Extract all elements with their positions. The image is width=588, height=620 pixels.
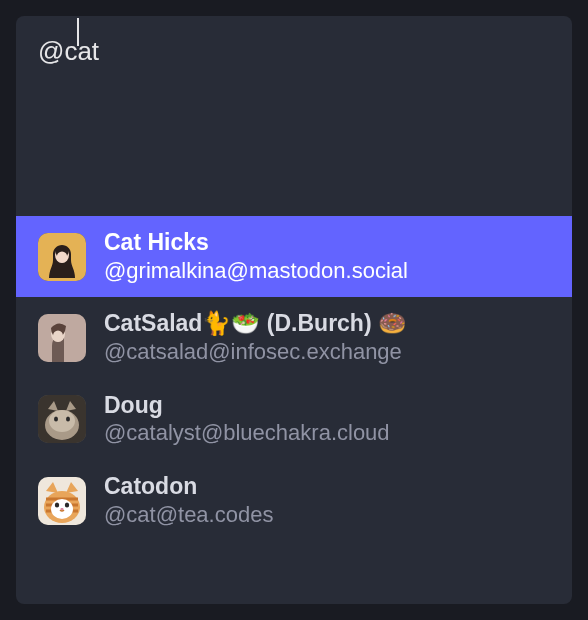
avatar [38, 477, 86, 525]
svg-point-16 [60, 508, 63, 510]
svg-point-5 [53, 331, 63, 342]
mention-suggestions: Cat Hicks @grimalkina@mastodon.social Ca… [16, 216, 572, 547]
compose-text: @cat [38, 36, 99, 67]
text-caret [77, 18, 79, 46]
svg-point-10 [66, 417, 70, 422]
handle: @grimalkina@mastodon.social [104, 257, 408, 286]
svg-point-9 [54, 417, 58, 422]
handle: @catsalad@infosec.exchange [104, 338, 407, 367]
display-name: CatSalad🐈🥗 (D.Burch) 🍩 [104, 309, 407, 338]
suggestion-item[interactable]: Doug @catalyst@bluechakra.cloud [16, 379, 572, 460]
display-name: Doug [104, 391, 390, 420]
suggestion-item[interactable]: Catodon @cat@tea.codes [16, 460, 572, 541]
compose-panel: @cat Cat Hicks @grimalkina@mastodon.soci… [16, 16, 572, 604]
suggestion-text: Doug @catalyst@bluechakra.cloud [104, 391, 390, 448]
svg-point-2 [57, 251, 67, 262]
avatar [38, 395, 86, 443]
avatar [38, 233, 86, 281]
suggestion-item[interactable]: CatSalad🐈🥗 (D.Burch) 🍩 @catsalad@infosec… [16, 297, 572, 378]
handle: @catalyst@bluechakra.cloud [104, 419, 390, 448]
avatar [38, 314, 86, 362]
display-name: Cat Hicks [104, 228, 408, 257]
svg-point-15 [65, 502, 69, 507]
svg-point-14 [55, 502, 59, 507]
compose-textarea[interactable]: @cat [16, 16, 572, 216]
handle: @cat@tea.codes [104, 501, 273, 530]
svg-point-8 [49, 410, 75, 432]
suggestion-text: Catodon @cat@tea.codes [104, 472, 273, 529]
display-name: Catodon [104, 472, 273, 501]
suggestion-text: Cat Hicks @grimalkina@mastodon.social [104, 228, 408, 285]
suggestion-text: CatSalad🐈🥗 (D.Burch) 🍩 @catsalad@infosec… [104, 309, 407, 366]
suggestion-item[interactable]: Cat Hicks @grimalkina@mastodon.social [16, 216, 572, 297]
